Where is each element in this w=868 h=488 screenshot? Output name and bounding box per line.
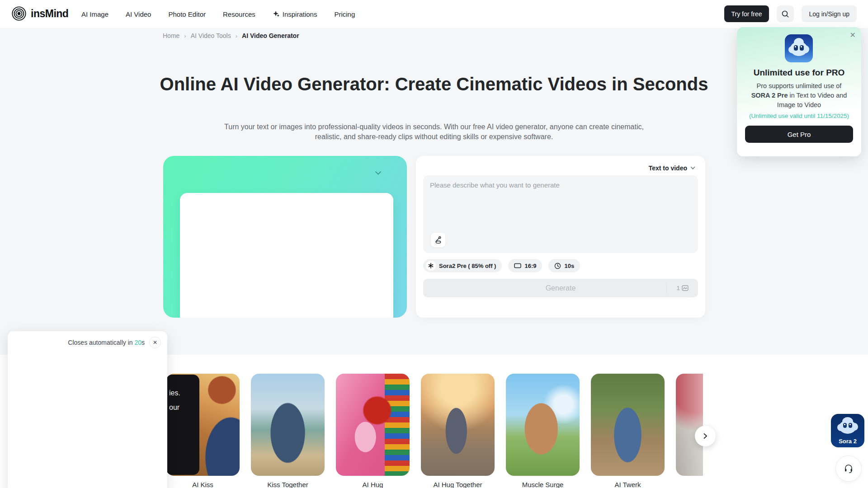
- video-card-ai-hug-together[interactable]: AI Hug Together: [421, 374, 495, 488]
- carousel-next-button[interactable]: [695, 426, 716, 446]
- duration-chip[interactable]: 10s: [548, 259, 580, 272]
- nav-pricing[interactable]: Pricing: [334, 10, 355, 18]
- auto-close-popup: Closes automatically in 20s ✕: [8, 331, 167, 488]
- breadcrumb-ai-video-tools[interactable]: AI Video Tools: [191, 32, 231, 39]
- header-actions: Try for free Log in/Sign up: [724, 5, 857, 22]
- headset-icon: [843, 463, 854, 474]
- chevron-down-icon[interactable]: [375, 171, 382, 175]
- model-chip[interactable]: Sora2 Pre ( 85% off ): [423, 259, 502, 272]
- breadcrumb: Home › AI Video Tools › AI Video Generat…: [163, 32, 299, 39]
- prompt-input[interactable]: [430, 181, 691, 232]
- page-subtitle: Turn your text or images into profession…: [222, 122, 646, 142]
- generation-settings: Sora2 Pre ( 85% off ) 16:9 10s: [423, 259, 580, 272]
- clock-icon: [554, 263, 561, 269]
- video-thumbnail: [336, 374, 410, 476]
- video-card-label: Kiss Together: [251, 481, 325, 488]
- video-preview-panel: [163, 156, 407, 318]
- video-thumbnail: [676, 374, 703, 476]
- breadcrumb-current-page: AI Video Generator: [242, 32, 299, 39]
- pro-promo-card: ✕ Unlimited use for PRO Pro supports unl…: [737, 27, 861, 156]
- credit-cost: 1: [666, 283, 698, 293]
- close-icon[interactable]: ✕: [850, 32, 856, 39]
- popup-countdown: Closes automatically in 20s: [68, 339, 145, 346]
- support-button[interactable]: [835, 455, 862, 482]
- video-card-ai-twerk[interactable]: AI Twerk: [591, 374, 665, 488]
- sora-app-icon: [785, 34, 813, 62]
- video-thumbnail: ies. our: [166, 374, 240, 476]
- openai-logo-icon: [426, 261, 436, 271]
- video-thumbnail: [506, 374, 580, 476]
- video-thumbnail: [251, 374, 325, 476]
- close-icon[interactable]: ✕: [149, 337, 161, 348]
- nav-inspirations[interactable]: Inspirations: [273, 10, 317, 18]
- prompt-pen-button[interactable]: [430, 232, 446, 248]
- breadcrumb-separator: ›: [236, 33, 237, 39]
- video-card-label: AI Kiss: [166, 481, 240, 488]
- search-icon: [781, 10, 789, 18]
- sora-badge-label: Sora 2: [831, 438, 864, 445]
- generate-label: Generate: [423, 284, 666, 292]
- video-thumbnail: [421, 374, 495, 476]
- video-thumbnail: [591, 374, 665, 476]
- nav-photo-editor[interactable]: Photo Editor: [168, 10, 206, 18]
- credit-icon: [682, 285, 689, 291]
- get-pro-button[interactable]: Get Pro: [745, 126, 853, 143]
- generate-button[interactable]: Generate 1: [423, 279, 698, 297]
- nav-resources[interactable]: Resources: [223, 10, 255, 18]
- try-for-free-button[interactable]: Try for free: [724, 5, 769, 22]
- nav-ai-video[interactable]: AI Video: [126, 10, 151, 18]
- aspect-ratio-label: 16:9: [524, 263, 536, 269]
- chevron-right-icon: [702, 433, 708, 439]
- video-card-muscle-surge[interactable]: Muscle Surge: [506, 374, 580, 488]
- sora2-floating-badge[interactable]: Sora 2: [831, 414, 864, 447]
- mode-selector[interactable]: Text to video: [649, 164, 698, 172]
- pro-card-body: Pro supports unlimited use of SORA 2 Pre…: [747, 81, 851, 110]
- aspect-ratio-icon: [514, 263, 521, 268]
- video-card-label: Muscle Surge: [506, 481, 580, 488]
- search-button[interactable]: [777, 5, 794, 22]
- main-nav: AI Image AI Video Photo Editor Resources…: [81, 0, 355, 28]
- sparkle-icon: [273, 10, 280, 18]
- video-card-ai-kiss[interactable]: ies. our AI Kiss: [166, 374, 240, 488]
- preview-inner-card: [180, 193, 393, 318]
- brand-logo[interactable]: insMind: [11, 6, 68, 21]
- video-card-label: AI Hug Together: [421, 481, 495, 488]
- duration-label: 10s: [564, 263, 574, 269]
- prompt-box: [423, 175, 698, 253]
- insmind-logo-icon: [11, 6, 27, 21]
- brand-name: insMind: [31, 8, 68, 20]
- breadcrumb-separator: ›: [184, 33, 186, 39]
- pen-sketch-icon: [434, 236, 443, 244]
- nav-ai-image[interactable]: AI Image: [81, 10, 108, 18]
- video-card-label: AI Twerk: [591, 481, 665, 488]
- credit-count: 1: [676, 285, 679, 291]
- video-card-kiss-together[interactable]: Kiss Together: [251, 374, 325, 488]
- chevron-down-icon: [690, 166, 695, 170]
- login-signup-button[interactable]: Log in/Sign up: [802, 5, 857, 22]
- effects-carousel: ies. our AI Kiss Kiss Together AI Hug AI…: [166, 374, 703, 488]
- top-navigation-bar: insMind AI Image AI Video Photo Editor R…: [0, 0, 868, 28]
- pro-validity-note: (Unlimited use valid until 11/15/2025): [737, 113, 861, 119]
- mode-selector-label: Text to video: [649, 164, 687, 172]
- sora-cloud-icon: [838, 417, 858, 435]
- breadcrumb-home[interactable]: Home: [163, 32, 179, 39]
- model-chip-label: Sora2 Pre ( 85% off ): [439, 263, 496, 269]
- aspect-ratio-chip[interactable]: 16:9: [508, 259, 542, 272]
- video-card-label: AI Hug: [336, 481, 410, 488]
- generator-panel: Text to video: [416, 156, 705, 318]
- video-card-ai-hug[interactable]: AI Hug: [336, 374, 410, 488]
- thumbnail-text-overlay: ies. our: [166, 375, 199, 475]
- pro-card-title: Unlimited use for PRO: [737, 68, 861, 78]
